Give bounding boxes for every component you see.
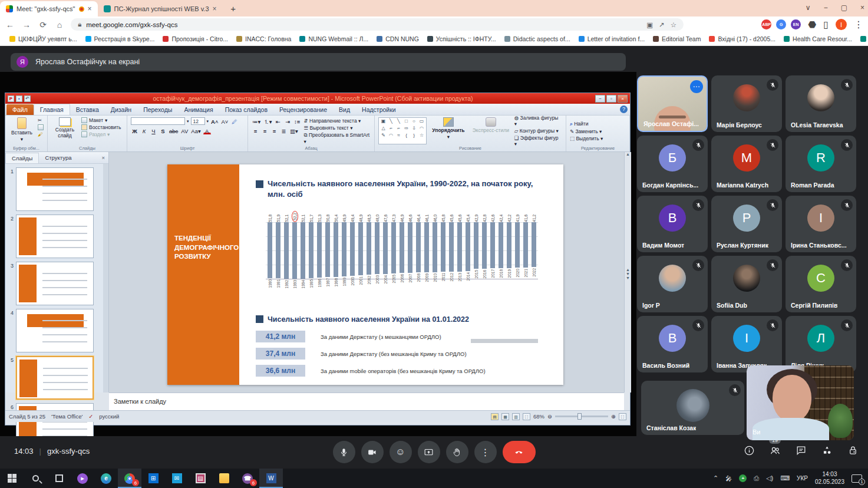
slide-thumbnail[interactable] (16, 309, 94, 352)
microsoft-store-icon[interactable]: ⊞ (141, 469, 165, 488)
justify-icon[interactable]: ≣ (280, 127, 288, 134)
slide-vertical-scrollbar[interactable]: ▲▲▼▼ (624, 152, 631, 393)
line-spacing-icon[interactable]: ↕≡ (293, 117, 301, 125)
text-direction-button[interactable]: ⇵ Направление текста ▾ (304, 118, 371, 124)
sorter-view-icon[interactable]: ▦ (501, 413, 509, 420)
ppt-help-icon[interactable]: ? (620, 105, 628, 113)
undo-icon[interactable]: ↶ (24, 95, 31, 102)
bullets-icon[interactable]: ≔▾ (252, 117, 261, 125)
present-button[interactable] (418, 441, 440, 463)
end-call-button[interactable] (503, 441, 536, 463)
save-icon[interactable]: ▪ (16, 95, 22, 102)
ribbon-tab-2[interactable]: Вставка (70, 104, 105, 115)
grow-font-icon[interactable]: A˄ (210, 117, 219, 125)
ribbon-tab-file[interactable]: Файл (6, 104, 34, 115)
tray-mic-icon[interactable]: 🎤︎ (725, 475, 732, 482)
self-view-tile[interactable]: Ви (747, 365, 854, 440)
close-icon[interactable]: × (860, 4, 864, 12)
participant-tile[interactable]: ІІванна Запухляк (711, 316, 782, 372)
select-button[interactable]: ⬚ Выделить ▾ (570, 136, 603, 141)
edge-icon[interactable]: e (94, 469, 118, 488)
home-icon[interactable]: ⌂ (54, 20, 65, 29)
bookmark-item[interactable]: Editorial Team (649, 34, 704, 44)
font-name-combo[interactable] (131, 117, 185, 125)
mail-icon[interactable]: ✉ (165, 469, 189, 488)
bookmark-item[interactable]: Letter of invitation f... (575, 34, 648, 44)
participant-tile[interactable]: ССергій Пилипів (786, 256, 856, 312)
reading-mode-icon[interactable]: ▯ (823, 19, 829, 30)
align-text-button[interactable]: ☰ Выровнять текст ▾ (304, 125, 371, 131)
spellcheck-icon[interactable]: ✓ (88, 413, 93, 420)
shape-outline-button[interactable]: ▱ Контур фигуры ▾ (514, 128, 562, 134)
ribbon-tab-5[interactable]: Анимация (178, 104, 219, 115)
ppt-restore-icon[interactable]: ▫ (606, 95, 616, 103)
notes-pane[interactable]: Заметки к слайду (109, 393, 624, 410)
bookmark-item[interactable]: Успішність :: ІФНТУ... (424, 34, 500, 44)
section-button[interactable]: Раздел ▾ (81, 131, 121, 137)
restore-button[interactable]: Восстановить (81, 124, 121, 130)
bookmark-item[interactable]: Пропозиція - Citro... (159, 34, 232, 44)
participant-tile[interactable]: Igor P (637, 256, 708, 312)
task-view-icon[interactable] (47, 469, 71, 488)
slide-thumbnail[interactable] (16, 215, 94, 258)
browser-tab[interactable]: Meet: "gxk-ssfy-qcs"× (0, 1, 98, 17)
ppt-minimize-icon[interactable]: − (595, 95, 605, 103)
slide-thumbnail[interactable] (16, 262, 94, 305)
extension-icon[interactable]: EN (791, 19, 801, 29)
participant-tile[interactable]: Станіслав Козак (641, 381, 744, 435)
minimize-icon[interactable]: − (824, 4, 828, 12)
extension-icon[interactable]: G (776, 19, 786, 29)
tab-close-icon[interactable]: × (213, 5, 217, 13)
bookmark-item[interactable]: Health Care Resour... (780, 34, 856, 44)
bookmark-item[interactable]: INACC: Головна (233, 34, 295, 44)
clear-format-icon[interactable]: 🖉︎ (230, 117, 238, 125)
zoom-out-icon[interactable]: ⊖ (547, 413, 552, 420)
shadow-icon[interactable]: S (159, 127, 167, 134)
ribbon-tab-8[interactable]: Вид (333, 104, 356, 115)
bookmark-star-icon[interactable]: ☆ (671, 21, 676, 29)
ppt-titlebar[interactable]: P ▪ ↶ остафійчук_демографія_презентація … (5, 93, 630, 104)
shape-fill-button[interactable]: ◍ Заливка фигуры ▾ (514, 115, 562, 127)
format-painter-icon[interactable]: 🖌︎ (38, 131, 44, 137)
forward-icon[interactable]: → (21, 20, 32, 29)
profile-avatar[interactable]: I (836, 19, 847, 30)
ribbon-tab-1[interactable]: Главная (34, 104, 70, 115)
back-icon[interactable]: ← (5, 20, 15, 29)
tray-antivirus-icon[interactable]: + (739, 474, 747, 482)
copy-icon[interactable] (38, 124, 44, 130)
panel-scrollbar[interactable] (103, 164, 108, 393)
numbering-icon[interactable]: ⒈▾ (263, 117, 272, 125)
notifications-icon[interactable]: 1 (852, 474, 862, 483)
change-case-icon[interactable]: Aa▾ (190, 127, 201, 134)
zoom-in-icon[interactable]: ⊕ (611, 413, 616, 420)
extensions-puzzle-icon[interactable]: ⬣ (808, 19, 816, 30)
indent-increase-icon[interactable]: ⇥ (284, 117, 292, 125)
participant-tile[interactable]: MMarianna Katrych (711, 136, 782, 192)
fit-to-window-icon[interactable]: ⛶ (619, 413, 626, 420)
zoom-slider[interactable] (555, 416, 608, 417)
reading-view-icon[interactable]: ▥ (512, 413, 520, 420)
activities-icon[interactable] (820, 443, 834, 457)
ribbon-tab-3[interactable]: Дизайн (105, 104, 137, 115)
ppt-close-icon[interactable]: × (618, 95, 628, 103)
align-center-icon[interactable]: ≡ (261, 127, 269, 134)
participant-tile[interactable]: ВВадим Момот (637, 196, 708, 252)
microphone-button[interactable] (333, 441, 355, 463)
find-button[interactable]: ⌕ Найти (570, 121, 603, 127)
cut-icon[interactable]: ✂ (38, 117, 44, 123)
chrome-menu-chevron-icon[interactable]: ∨ (806, 4, 811, 12)
new-tab-button[interactable]: + (226, 1, 240, 15)
bookmark-item[interactable]: ЦКІФЦЙУ уеявпт ь... (6, 34, 81, 44)
smartart-button[interactable]: ⧉ Преобразовать в SmartArt ▾ (304, 132, 371, 144)
browser-menu-icon[interactable]: ⋮ (854, 19, 863, 30)
tray-language[interactable]: УКР (797, 475, 808, 482)
extension-icon[interactable]: ABP (761, 19, 771, 29)
address-bar[interactable]: 🔒︎ meet.google.com/gxk-ssfy-qcs ▣ ↗ ☆ (71, 18, 684, 31)
bookmark-item[interactable]: Didactic aspects of... (501, 34, 574, 44)
bookmark-item[interactable]: CDN NUNG (373, 34, 423, 44)
columns-icon[interactable]: ▥▾ (289, 127, 299, 134)
shape-effects-button[interactable]: ❑ Эффекты фигур ▾ (514, 135, 562, 147)
ribbon-tab-7[interactable]: Рецензирование (273, 104, 333, 115)
camera-button[interactable] (361, 441, 384, 463)
layout-button[interactable]: Макет ▾ (81, 117, 121, 123)
